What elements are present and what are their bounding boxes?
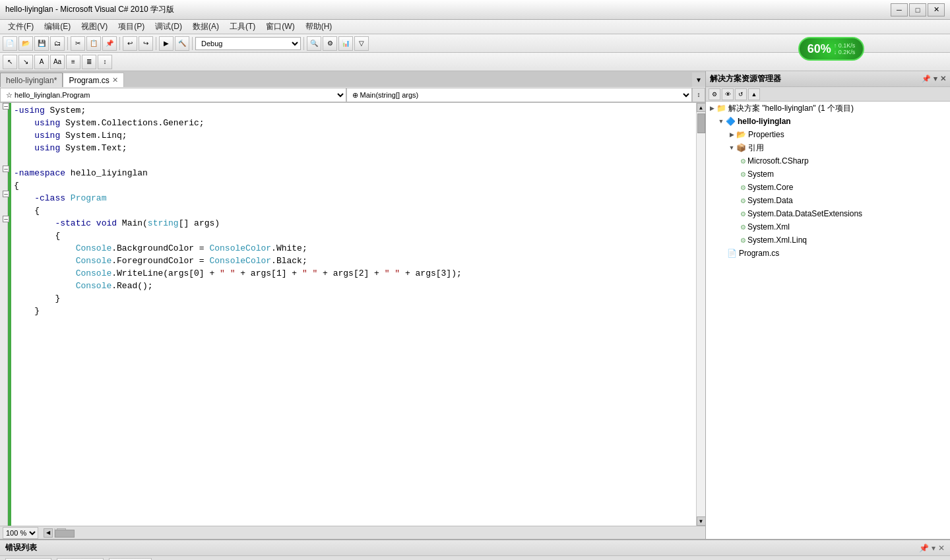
tb2-btn4[interactable]: Aa — [50, 55, 65, 69]
ref-system-data[interactable]: ⚙ System.Data — [706, 194, 950, 207]
cut-button[interactable]: ✂ — [71, 36, 85, 51]
collapse-btn-3[interactable]: ─ — [3, 191, 9, 197]
method-selector[interactable]: ⊕ Main(string[] args) — [346, 88, 693, 102]
ref-system-xml-linq[interactable]: ⚙ System.Xml.Linq — [706, 233, 950, 247]
project-expand-icon[interactable]: ▼ — [716, 117, 726, 126]
code-editor[interactable]: ─ ─ ─ ─ -using System; using System.Coll… — [0, 103, 705, 526]
hscroll-thumb[interactable] — [55, 530, 75, 538]
nav-expand-button[interactable]: ↕ — [692, 88, 705, 102]
menu-project[interactable]: 项目(P) — [113, 20, 150, 34]
save-all-button[interactable]: 🗂 — [50, 36, 65, 51]
new-button[interactable]: 📄 — [3, 36, 17, 51]
scroll-up-button[interactable]: ▲ — [697, 103, 706, 112]
ref-system[interactable]: ⚙ System — [706, 168, 950, 181]
tree-program-file[interactable]: 📄 Program.cs — [706, 247, 950, 260]
tb2-btn7[interactable]: ↕ — [98, 55, 112, 69]
tab-program[interactable]: Program.cs ✕ — [63, 73, 123, 87]
tab-bar: hello-liyinglan* Program.cs ✕ ▾ — [0, 71, 705, 87]
error-controls: 📌 ▾ ✕ — [919, 544, 945, 553]
warnings-filter-button[interactable]: ⚠ 0 个警告 — [57, 558, 104, 561]
solution-close-button[interactable]: ✕ — [940, 75, 946, 83]
ref-system-core[interactable]: ⚙ System.Core — [706, 181, 950, 194]
error-pin-button[interactable]: 📌 — [919, 544, 929, 553]
paste-button[interactable]: 📌 — [102, 36, 117, 51]
ref-microsoft-csharp[interactable]: ⚙ Microsoft.CSharp — [706, 154, 950, 168]
save-button[interactable]: 💾 — [34, 36, 49, 51]
tab-project[interactable]: hello-liyinglan* — [0, 73, 63, 87]
zoom-select[interactable]: 100 % — [3, 527, 38, 539]
tree-solution-node[interactable]: ▶ 📁 解决方案 "hello-liyinglan" (1 个项目) — [706, 102, 950, 115]
solution-pin-button[interactable]: 📌 — [922, 75, 931, 83]
vertical-scrollbar[interactable]: ▲ ▼ — [696, 103, 705, 526]
collapse-btn-4[interactable]: ─ — [3, 216, 9, 222]
solution-pane: 解决方案资源管理器 📌 ▾ ✕ ⚙ 👁 ↺ ▲ ▶ 📁 解决方案 "hello-… — [706, 71, 950, 539]
scroll-down-button[interactable]: ▼ — [697, 516, 706, 526]
error-filters: ⊗ 0 个错误 ⚠ 0 个警告 ℹ 0 个消息 — [0, 556, 950, 560]
menu-view[interactable]: 视图(V) — [76, 20, 113, 34]
se-collapse-button[interactable]: ▲ — [748, 88, 760, 100]
run-button[interactable]: ▶ — [159, 36, 174, 51]
menu-window[interactable]: 窗口(W) — [261, 20, 300, 34]
tb2-btn1[interactable]: ↖ — [3, 55, 17, 69]
solution-dropdown-button[interactable]: ▾ — [934, 75, 937, 83]
solution-tree: ▶ 📁 解决方案 "hello-liyinglan" (1 个项目) ▼ 🔷 h… — [706, 102, 950, 539]
copy-button[interactable]: 📋 — [86, 36, 101, 51]
ref-label-3: System.Core — [747, 183, 793, 192]
ref-label-5: System.Data.DataSetExtensions — [747, 209, 862, 218]
tb2-btn5[interactable]: ≡ — [66, 55, 80, 69]
collapse-btn-2[interactable]: ─ — [3, 166, 9, 172]
horizontal-scrollbar[interactable] — [54, 528, 55, 538]
project-label: hello-liyinglan — [738, 117, 791, 126]
close-button[interactable]: ✕ — [928, 3, 945, 16]
menu-debug[interactable]: 调试(D) — [150, 20, 187, 34]
tb-btn3[interactable]: 📊 — [338, 36, 353, 51]
collapse-btn-1[interactable]: ─ — [3, 103, 9, 109]
tree-project-node[interactable]: ▼ 🔷 hello-liyinglan — [706, 115, 950, 128]
menu-bar: 文件(F) 编辑(E) 视图(V) 项目(P) 调试(D) 数据(A) 工具(T… — [0, 20, 950, 34]
solution-expand-icon[interactable]: ▶ — [707, 104, 716, 113]
tb-btn2[interactable]: ⚙ — [323, 36, 337, 51]
menu-help[interactable]: 帮助(H) — [300, 20, 338, 34]
minimize-button[interactable]: ─ — [891, 3, 908, 16]
redo-button[interactable]: ↪ — [139, 36, 153, 51]
menu-file[interactable]: 文件(F) — [3, 20, 39, 34]
properties-expand-icon[interactable]: ▶ — [727, 130, 736, 139]
maximize-button[interactable]: □ — [909, 3, 926, 16]
menu-data[interactable]: 数据(A) — [187, 20, 224, 34]
tab-program-label: Program.cs — [69, 76, 109, 85]
window-controls: ─ □ ✕ — [891, 3, 945, 16]
tb2-btn6[interactable]: ≣ — [82, 55, 96, 69]
config-dropdown[interactable]: Debug — [195, 37, 301, 50]
ref-system-data-ext[interactable]: ⚙ System.Data.DataSetExtensions — [706, 207, 950, 220]
menu-tools[interactable]: 工具(T) — [224, 20, 261, 34]
error-dropdown-button[interactable]: ▾ — [932, 544, 935, 553]
tab-close-icon[interactable]: ✕ — [112, 76, 118, 84]
code-content[interactable]: -using System; using System.Collections.… — [11, 103, 696, 526]
ref-icon-7: ⚙ — [740, 237, 746, 244]
main-area: hello-liyinglan* Program.cs ✕ ▾ ☆ hello_… — [0, 71, 950, 539]
scroll-thumb[interactable] — [697, 113, 705, 133]
ref-icon-6: ⚙ — [740, 224, 746, 231]
find-button[interactable]: 🔍 — [307, 36, 321, 51]
hscroll-left-button[interactable]: ◀ — [44, 528, 53, 538]
tree-refs-node[interactable]: ▼ 📦 引用 — [706, 141, 950, 154]
menu-edit[interactable]: 编辑(E) — [39, 20, 76, 34]
tb2-btn2[interactable]: ↘ — [18, 55, 33, 69]
refs-expand-icon[interactable]: ▼ — [727, 143, 736, 152]
messages-filter-button[interactable]: ℹ 0 个消息 — [109, 558, 151, 561]
error-close-button[interactable]: ✕ — [938, 544, 945, 553]
tab-overflow-button[interactable]: ▾ — [692, 73, 705, 87]
tb-btn4[interactable]: ▽ — [354, 36, 369, 51]
build-button[interactable]: 🔨 — [175, 36, 189, 51]
class-selector[interactable]: ☆ hello_liyinglan.Program — [0, 88, 346, 102]
errors-filter-button[interactable]: ⊗ 0 个错误 — [5, 558, 51, 561]
se-show-all-button[interactable]: 👁 — [722, 88, 734, 100]
ref-system-xml[interactable]: ⚙ System.Xml — [706, 220, 950, 233]
se-refresh-button[interactable]: ↺ — [735, 88, 747, 100]
se-properties-button[interactable]: ⚙ — [709, 88, 720, 100]
ref-icon-2: ⚙ — [740, 171, 746, 178]
tb2-btn3[interactable]: A — [34, 55, 49, 69]
open-button[interactable]: 📂 — [18, 36, 33, 51]
tree-properties-node[interactable]: ▶ 📂 Properties — [706, 128, 950, 141]
undo-button[interactable]: ↩ — [123, 36, 137, 51]
